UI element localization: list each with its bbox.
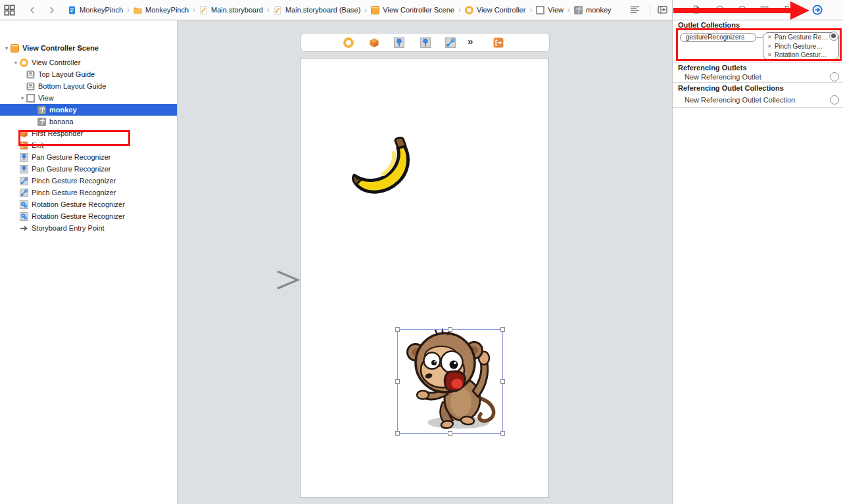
outline-item-pan-gesture-2[interactable]: Pan Gesture Recognizer — [0, 163, 177, 175]
breadcrumb-label: View — [548, 6, 564, 14]
identity-inspector-icon[interactable] — [738, 5, 746, 14]
breadcrumb-view[interactable]: View — [536, 6, 564, 14]
breadcrumb-separator: › — [266, 5, 270, 14]
breadcrumb-label: monkey — [586, 6, 612, 14]
connection-well-new-outlet[interactable] — [830, 72, 839, 81]
outline-item-pan-gesture-1[interactable]: Pan Gesture Recognizer — [0, 151, 177, 163]
storyboard-file-icon — [274, 6, 282, 14]
outline-item-rotation-gesture-2[interactable]: Rotation Gesture Recognizer — [0, 210, 177, 222]
monkey-image-selection[interactable] — [395, 327, 505, 436]
exit-icon[interactable] — [493, 37, 504, 48]
pinch-gesture-icon — [20, 177, 28, 185]
add-editor-icon[interactable] — [658, 5, 667, 14]
toolbar-separator — [672, 0, 673, 20]
dock-overflow-chevrons[interactable]: » — [468, 35, 471, 47]
outline-item-pinch-gesture-2[interactable]: Pinch Gesture Recognizer — [0, 187, 177, 198]
document-outline-toggle-icon[interactable] — [630, 5, 640, 14]
selection-handle-n[interactable] — [448, 327, 452, 332]
breadcrumb-project[interactable]: MonkeyPinch — [68, 6, 123, 14]
pan-gesture-icon — [20, 153, 28, 162]
storyboard-canvas[interactable]: » — [178, 20, 672, 504]
pinch-gesture-icon[interactable] — [445, 37, 456, 48]
connection-well-outlet-collections[interactable] — [829, 32, 838, 41]
connection-row-pinch[interactable]: ✕Pinch Gesture… — [763, 42, 838, 51]
view-controller-icon[interactable] — [343, 37, 354, 48]
breadcrumb-separator: › — [364, 5, 368, 14]
xcode-window: MonkeyPinch › MonkeyPinch › Main.storybo… — [0, 0, 843, 504]
pan-gesture-icon — [20, 165, 28, 173]
breadcrumb-separator: › — [126, 5, 130, 14]
pan-gesture-icon[interactable] — [394, 37, 404, 48]
outline-item-exit[interactable]: Exit — [0, 139, 177, 151]
scene-dock: » — [301, 33, 550, 52]
breadcrumb-monkey[interactable]: monkey — [574, 6, 612, 14]
disconnect-icon[interactable]: ✕ — [767, 52, 772, 58]
section-title-referencing-outlet-collections: Referencing Outlet Collections — [678, 84, 784, 92]
breadcrumb-storyboard-base[interactable]: Main.storyboard (Base) — [274, 6, 360, 14]
outline-item-rotation-gesture-1[interactable]: Rotation Gesture Recognizer — [0, 198, 177, 210]
selection-handle-e[interactable] — [500, 379, 505, 384]
connection-row-rotation[interactable]: ✕Rotation Gestur… — [763, 51, 838, 60]
storyboard-entry-arrow[interactable] — [234, 271, 300, 290]
selection-handle-sw[interactable] — [395, 431, 400, 436]
section-divider — [673, 107, 843, 108]
breadcrumb-label: MonkeyPinch — [145, 6, 189, 14]
outline-item-pinch-gesture-1[interactable]: Pinch Gesture Recognizer — [0, 175, 177, 187]
project-icon — [68, 6, 76, 14]
selection-handle-ne[interactable] — [500, 327, 505, 332]
scene-icon — [371, 6, 379, 14]
outline-item-banana[interactable]: banana — [0, 116, 177, 127]
breadcrumb-label: View Controller — [477, 6, 525, 14]
outline-item-storyboard-entry-point[interactable]: Storyboard Entry Point — [0, 222, 177, 234]
storyboard-file-icon — [199, 6, 208, 14]
folder-icon — [133, 6, 142, 14]
view-controller-icon — [20, 58, 28, 67]
breadcrumb-scene[interactable]: View Controller Scene — [371, 6, 454, 14]
breadcrumb-separator: › — [529, 5, 533, 14]
section-divider — [673, 82, 843, 83]
view-controller-view[interactable] — [300, 58, 549, 498]
section-title-referencing-outlets: Referencing Outlets — [678, 64, 747, 72]
entry-point-icon — [20, 224, 28, 233]
breadcrumb-view-controller[interactable]: View Controller — [465, 6, 525, 14]
breadcrumb-label: View Controller Scene — [383, 6, 454, 14]
selection-handle-se[interactable] — [500, 431, 505, 436]
first-responder-icon[interactable] — [369, 37, 379, 48]
outline-item-view-controller[interactable]: ▾View Controller — [0, 57, 177, 68]
breadcrumb-separator: › — [458, 5, 462, 14]
quick-help-inspector-icon[interactable] — [715, 5, 724, 14]
disclosure-triangle[interactable]: ▾ — [3, 45, 11, 51]
breadcrumb-storyboard[interactable]: Main.storyboard — [199, 6, 263, 14]
new-referencing-outlet-row[interactable]: New Referencing Outlet — [685, 73, 761, 81]
breadcrumb-separator: › — [192, 5, 196, 14]
back-chevron-icon[interactable] — [28, 6, 37, 14]
disconnect-icon[interactable]: ✕ — [767, 34, 772, 40]
selection-handle-nw[interactable] — [395, 327, 400, 332]
attributes-inspector-icon[interactable] — [760, 5, 769, 14]
outline-item-view[interactable]: ▾View — [0, 92, 177, 104]
size-inspector-icon[interactable] — [783, 5, 791, 14]
outline-item-top-layout-guide[interactable]: Top Layout Guide — [0, 68, 177, 80]
outline-item-first-responder[interactable]: First Responder — [0, 127, 177, 139]
new-referencing-outlet-collection-row[interactable]: New Referencing Outlet Collection — [685, 96, 795, 104]
banana-image[interactable] — [348, 135, 417, 198]
connection-well-new-outlet-collection[interactable] — [830, 95, 839, 104]
outline-item-view-controller-scene[interactable]: ▾View Controller Scene — [0, 42, 177, 54]
related-items-icon[interactable] — [4, 5, 15, 16]
connections-inspector-icon[interactable] — [812, 5, 823, 15]
outlet-collection-name[interactable]: gestureRecognizers — [680, 33, 756, 42]
breadcrumb-folder[interactable]: MonkeyPinch — [133, 6, 189, 14]
file-inspector-icon[interactable] — [692, 5, 700, 14]
disclosure-triangle[interactable]: ▾ — [18, 95, 26, 101]
breadcrumb-label: Main.storyboard — [211, 6, 263, 14]
connection-row-pan[interactable]: ✕Pan Gesture Re… — [763, 33, 838, 42]
pan-gesture-icon[interactable] — [420, 37, 431, 48]
image-view-icon — [574, 6, 583, 14]
outline-item-monkey[interactable]: monkey — [0, 104, 177, 116]
disconnect-icon[interactable]: ✕ — [767, 43, 772, 49]
selection-handle-w[interactable] — [395, 379, 400, 384]
forward-chevron-icon[interactable] — [47, 6, 56, 14]
outline-item-bottom-layout-guide[interactable]: Bottom Layout Guide — [0, 80, 177, 92]
disclosure-triangle[interactable]: ▾ — [12, 60, 20, 66]
selection-handle-s[interactable] — [448, 431, 452, 436]
